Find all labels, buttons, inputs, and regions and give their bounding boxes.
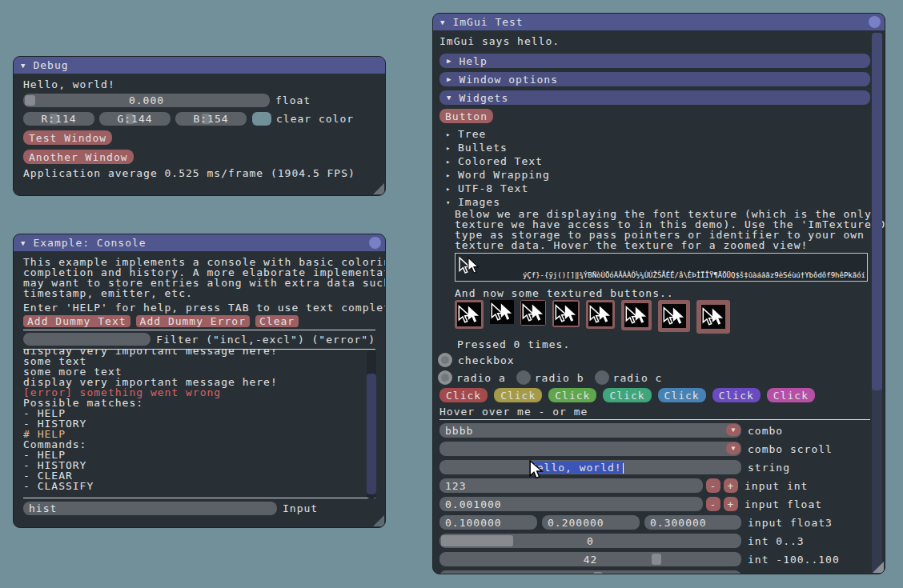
header-window-options[interactable]: ▶ Window options xyxy=(439,72,870,86)
console-help-line: Enter 'HELP' for help, press TAB to use … xyxy=(23,302,375,313)
tree-node-bullets[interactable]: ▸ Bullets xyxy=(446,141,869,154)
fps-stats: Application average 0.525 ms/frame (1904… xyxy=(23,168,375,178)
test-window-button[interactable]: Test Window xyxy=(23,130,112,145)
slider-int-100[interactable]: 42 xyxy=(439,552,741,566)
click-button-5[interactable]: Click xyxy=(658,388,706,402)
test-titlebar[interactable]: ▼ ImGui Test xyxy=(433,14,885,30)
clear-color-swatch[interactable] xyxy=(252,112,271,126)
tree-node-tree[interactable]: ▸ Tree xyxy=(446,127,869,141)
debug-titlebar[interactable]: ▼ Debug xyxy=(14,57,385,74)
image-buttons-row xyxy=(455,300,869,339)
cursor-icon xyxy=(588,302,612,326)
console-titlebar[interactable]: ▼ Example: Console xyxy=(14,234,385,251)
close-button[interactable] xyxy=(369,237,381,249)
image-button-2[interactable] xyxy=(490,300,514,324)
text-cursor xyxy=(623,463,624,474)
input-float3-z[interactable]: 0.300000 xyxy=(644,515,741,530)
test-scrollbar-thumb[interactable] xyxy=(872,33,882,390)
radio-c-label: radio c xyxy=(613,372,663,384)
increment-button[interactable]: + xyxy=(724,478,738,493)
collapse-arrow-icon[interactable]: ▼ xyxy=(21,62,26,70)
filter-input[interactable] xyxy=(23,333,150,346)
button-widget[interactable]: Button xyxy=(439,109,493,123)
tree-arrow-icon: ▾ xyxy=(446,198,452,206)
add-dummy-error-button[interactable]: Add Dummy Error xyxy=(136,315,250,327)
log-line: - HISTORY xyxy=(23,418,375,429)
cursor-icon xyxy=(624,303,648,327)
test-scrollbar[interactable] xyxy=(872,33,882,574)
cursor-icon xyxy=(490,300,514,324)
image-button-1[interactable] xyxy=(455,300,484,329)
console-input-label: Input xyxy=(283,502,318,514)
separator xyxy=(23,330,375,330)
slider-int-0-3[interactable]: 0 xyxy=(439,534,741,548)
chevron-down-icon: ▼ xyxy=(447,94,451,102)
combo-arrow-icon[interactable]: ▼ xyxy=(726,442,740,454)
click-button-3[interactable]: Click xyxy=(548,388,596,402)
checkbox[interactable] xyxy=(438,353,452,367)
radio-a[interactable] xyxy=(438,370,452,385)
console-input[interactable]: hist xyxy=(23,502,277,515)
decrement-button[interactable]: - xyxy=(706,497,720,511)
image-button-6[interactable] xyxy=(621,300,652,330)
clear-button[interactable]: Clear xyxy=(255,315,299,327)
collapse-arrow-icon[interactable]: ▼ xyxy=(21,239,26,247)
tree-node-utf8-text[interactable]: ▸ UTF-8 Text xyxy=(446,182,869,195)
input-float3-y[interactable]: 0.200000 xyxy=(542,515,640,530)
combo[interactable]: bbbb ▼ xyxy=(439,423,741,438)
font-texture-image[interactable]: ýÇf}-{ÿj()[]‖¾ÝBÑòÙÖóÃÂÀÀÔ½¼ÙÚŽŠÅÉÊ/å\ÈÞ… xyxy=(455,253,868,282)
resize-grip[interactable] xyxy=(873,562,884,573)
float-slider[interactable]: 0.000 xyxy=(23,94,270,107)
click-button-1[interactable]: Click xyxy=(439,388,488,402)
tree-node-images[interactable]: ▾ Images xyxy=(446,195,869,209)
input-float[interactable]: 0.001000 xyxy=(439,497,703,511)
console-scrollbar-thumb[interactable] xyxy=(367,374,376,494)
log-line: - HISTORY xyxy=(23,460,375,470)
drag-b[interactable]: B:154 xyxy=(175,112,247,126)
tree-node-colored-text[interactable]: ▸ Colored Text xyxy=(446,154,869,168)
filter-label: Filter ("incl,-excl") ("error") xyxy=(156,334,375,346)
tree-node-word-wrapping[interactable]: ▸ Word Wrapping xyxy=(446,168,869,182)
increment-button[interactable]: + xyxy=(724,497,738,511)
imgui-test-window: ▼ ImGui Test ImGui says hello. ▶ Help ▶ … xyxy=(432,13,885,574)
tree-arrow-icon: ▸ xyxy=(446,185,452,193)
tree-arrow-icon: ▸ xyxy=(446,158,452,166)
click-button-7[interactable]: Click xyxy=(767,388,815,402)
click-button-2[interactable]: Click xyxy=(494,388,542,402)
console-log: display very important message here! som… xyxy=(23,350,375,498)
click-button-4[interactable]: Click xyxy=(603,388,651,402)
drag-g[interactable]: G:144 xyxy=(99,112,171,126)
header-widgets[interactable]: ▼ Widgets xyxy=(439,90,870,105)
radio-a-label: radio a xyxy=(456,372,506,384)
string-input[interactable]: Hello, world! xyxy=(439,460,741,474)
slider-float[interactable]: 4.123 xyxy=(439,570,741,574)
image-button-4[interactable] xyxy=(552,300,580,327)
hover-text: Hover over me - or me xyxy=(439,406,869,417)
window-title: Debug xyxy=(33,59,68,71)
collapse-arrow-icon[interactable]: ▼ xyxy=(440,18,445,26)
console-scrollbar[interactable] xyxy=(367,350,376,498)
click-button-6[interactable]: Click xyxy=(712,388,761,402)
close-button[interactable] xyxy=(869,16,881,28)
combo-arrow-icon[interactable]: ▼ xyxy=(726,424,740,436)
chevron-right-icon: ▶ xyxy=(447,57,451,65)
hello-text: Hello, world! xyxy=(23,79,375,90)
resize-grip[interactable] xyxy=(373,515,384,526)
slider-int-label: int 0..3 xyxy=(748,535,805,547)
drag-r[interactable]: R:114 xyxy=(23,112,94,126)
image-button-8[interactable] xyxy=(696,300,730,334)
log-line: Commands: xyxy=(23,439,375,450)
another-window-button[interactable]: Another Window xyxy=(23,150,134,164)
chevron-right-icon: ▶ xyxy=(447,75,451,83)
image-button-7[interactable] xyxy=(658,300,690,332)
image-button-3[interactable] xyxy=(520,300,546,326)
radio-c[interactable] xyxy=(595,370,609,385)
image-button-5[interactable] xyxy=(586,300,615,329)
header-help[interactable]: ▶ Help xyxy=(439,54,870,68)
decrement-button[interactable]: - xyxy=(706,478,720,493)
add-dummy-text-button[interactable]: Add Dummy Text xyxy=(23,315,130,327)
tree-arrow-icon: ▸ xyxy=(446,171,452,179)
radio-b[interactable] xyxy=(516,370,531,385)
resize-grip[interactable] xyxy=(373,183,384,194)
input-float3-x[interactable]: 0.100000 xyxy=(439,515,537,530)
